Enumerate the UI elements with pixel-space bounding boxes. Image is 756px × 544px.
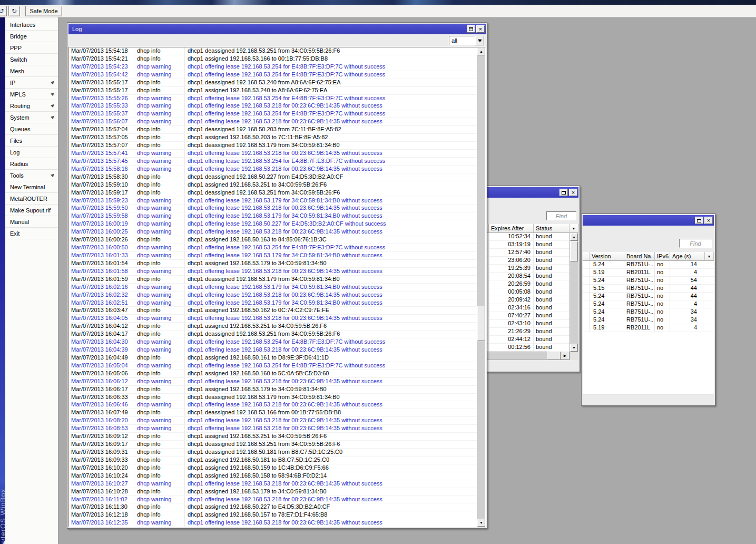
- close-icon[interactable]: ×: [569, 189, 577, 196]
- log-row[interactable]: Mar/07/2013 16:02:16dhcp warningdhcp1 of…: [69, 284, 477, 292]
- log-row[interactable]: Mar/07/2013 16:08:20dhcp warningdhcp1 of…: [69, 417, 477, 425]
- scroll-up-icon[interactable]: ▲: [477, 47, 485, 55]
- sidebar-item-ppp[interactable]: PPP: [5, 42, 58, 54]
- neighbor-row[interactable]: 5.24RB751U-...no34: [583, 308, 714, 316]
- log-row[interactable]: Mar/07/2013 16:04:17dhcp infodhcp1 deass…: [69, 331, 477, 338]
- log-row[interactable]: Mar/07/2013 16:00:19dhcp warningdhcp1 of…: [69, 220, 477, 228]
- sidebar-item-system[interactable]: System▶: [5, 112, 58, 123]
- log-row[interactable]: Mar/07/2013 16:00:25dhcp warningdhcp1 of…: [69, 228, 477, 236]
- sidebar-item-tools[interactable]: Tools▶: [5, 170, 58, 181]
- log-row[interactable]: Mar/07/2013 16:06:12dhcp warningdhcp1 of…: [69, 378, 477, 386]
- log-row[interactable]: Mar/07/2013 15:58:30dhcp infodhcp1 deass…: [69, 173, 477, 181]
- maximize-icon[interactable]: [559, 189, 568, 196]
- neighbors-column-age[interactable]: Age (s): [670, 252, 705, 261]
- log-row[interactable]: Mar/07/2013 16:09:17dhcp infodhcp1 deass…: [69, 441, 477, 449]
- log-row[interactable]: Mar/07/2013 16:09:31dhcp infodhcp1 deass…: [69, 449, 477, 456]
- sidebar-item-ip[interactable]: IP▶: [5, 77, 58, 89]
- log-row[interactable]: Mar/07/2013 16:10:27dhcp warningdhcp1 of…: [69, 480, 477, 488]
- neighbor-row[interactable]: 5.24RB751U-...no54: [583, 277, 714, 285]
- log-row[interactable]: Mar/07/2013 16:09:12dhcp infodhcp1 assig…: [69, 433, 477, 441]
- log-row[interactable]: Mar/07/2013 16:10:28dhcp infodhcp1 assig…: [69, 488, 477, 496]
- leases-find-button[interactable]: Find: [546, 211, 576, 220]
- neighbor-row[interactable]: 5.24RB751U-...no14: [583, 261, 714, 269]
- maximize-icon[interactable]: [467, 25, 475, 33]
- close-icon[interactable]: ×: [476, 25, 485, 33]
- log-row[interactable]: Mar/07/2013 15:59:23dhcp warningdhcp1 of…: [69, 197, 477, 205]
- sidebar-item-mpls[interactable]: MPLS▶: [5, 89, 58, 100]
- log-row[interactable]: Mar/07/2013 16:11:02dhcp warningdhcp1 of…: [69, 496, 477, 504]
- log-row[interactable]: Mar/07/2013 16:01:54dhcp infodhcp1 assig…: [69, 260, 477, 268]
- log-row[interactable]: Mar/07/2013 16:06:17dhcp infodhcp1 assig…: [69, 386, 477, 394]
- log-row[interactable]: Mar/07/2013 15:57:45dhcp warningdhcp1 of…: [69, 158, 477, 166]
- log-row[interactable]: Mar/07/2013 15:54:42dhcp warningdhcp1 of…: [69, 71, 477, 79]
- log-row[interactable]: Mar/07/2013 16:01:59dhcp infodhcp1 deass…: [69, 276, 477, 284]
- neighbor-row[interactable]: 5.19RB2011Lno4: [583, 324, 714, 332]
- log-row[interactable]: Mar/07/2013 16:04:39dhcp warningdhcp1 of…: [69, 346, 477, 354]
- log-row[interactable]: Mar/07/2013 15:59:10dhcp infodhcp1 assig…: [69, 181, 477, 189]
- log-row[interactable]: Mar/07/2013 16:01:58dhcp warningdhcp1 of…: [69, 268, 477, 276]
- undo-button[interactable]: ↺: [0, 6, 7, 16]
- log-row[interactable]: Mar/07/2013 15:59:17dhcp infodhcp1 deass…: [69, 189, 477, 197]
- log-row[interactable]: Mar/07/2013 15:57:41dhcp warningdhcp1 of…: [69, 150, 477, 158]
- leases-column-expires-after[interactable]: Expires After: [489, 224, 534, 233]
- log-row[interactable]: Mar/07/2013 15:59:58dhcp warningdhcp1 of…: [69, 212, 477, 220]
- log-row[interactable]: Mar/07/2013 16:06:33dhcp infodhcp1 deass…: [69, 394, 477, 402]
- neighbors-find-button[interactable]: Find: [679, 239, 712, 248]
- log-row[interactable]: Mar/07/2013 16:01:33dhcp warningdhcp1 of…: [69, 252, 477, 260]
- log-row[interactable]: Mar/07/2013 15:57:05dhcp infodhcp1 assig…: [69, 134, 477, 142]
- neighbors-window-titlebar[interactable]: ×: [583, 215, 714, 226]
- log-row[interactable]: Mar/07/2013 16:04:49dhcp infodhcp1 assig…: [69, 354, 477, 362]
- leases-vertical-scrollbar[interactable]: ▲ ▼: [570, 233, 578, 352]
- sidebar-item-routing[interactable]: Routing▶: [5, 100, 58, 112]
- sidebar-item-radius[interactable]: Radius: [5, 158, 58, 170]
- log-row[interactable]: Mar/07/2013 15:55:26dhcp warningdhcp1 of…: [69, 95, 477, 103]
- leases-hscroll-thumb[interactable]: [547, 352, 561, 360]
- log-row[interactable]: Mar/07/2013 16:10:24dhcp infodhcp1 assig…: [69, 472, 477, 480]
- scroll-down-icon[interactable]: ▼: [570, 344, 578, 352]
- redo-button[interactable]: ↻: [8, 6, 20, 16]
- log-row[interactable]: Mar/07/2013 16:00:26dhcp infodhcp1 assig…: [69, 236, 477, 244]
- log-row[interactable]: Mar/07/2013 16:04:05dhcp warningdhcp1 of…: [69, 315, 477, 323]
- log-row[interactable]: Mar/07/2013 16:02:32dhcp warningdhcp1 of…: [69, 292, 477, 299]
- neighbor-row[interactable]: 5.24RB751U-...no44: [583, 293, 714, 300]
- log-row[interactable]: Mar/07/2013 15:54:23dhcp warningdhcp1 of…: [69, 63, 477, 71]
- log-row[interactable]: Mar/07/2013 16:12:35dhcp warningdhcp1 of…: [69, 519, 477, 527]
- log-row[interactable]: Mar/07/2013 15:57:04dhcp infodhcp1 deass…: [69, 126, 477, 134]
- sidebar-item-interfaces[interactable]: Interfaces: [5, 19, 58, 31]
- log-row[interactable]: Mar/07/2013 16:09:33dhcp infodhcp1 assig…: [69, 456, 477, 464]
- scroll-right-icon[interactable]: ▶: [561, 352, 570, 360]
- sidebar-item-bridge[interactable]: Bridge: [5, 31, 58, 42]
- sidebar-item-mesh[interactable]: Mesh: [5, 65, 58, 77]
- sidebar-item-exit[interactable]: Exit: [5, 228, 58, 239]
- maximize-icon[interactable]: [695, 217, 703, 224]
- scroll-down-icon[interactable]: ▼: [477, 519, 485, 527]
- log-row[interactable]: Mar/07/2013 16:02:51dhcp warningdhcp1 of…: [69, 299, 477, 307]
- leases-scrollbar-thumb[interactable]: [570, 241, 578, 261]
- scroll-up-icon[interactable]: ▲: [570, 233, 578, 241]
- neighbors-column-board-name[interactable]: Board Na...: [624, 252, 655, 261]
- log-row[interactable]: Mar/07/2013 16:10:20dhcp infodhcp1 assig…: [69, 464, 477, 472]
- sidebar-item-manual[interactable]: Manual: [5, 216, 58, 228]
- log-row[interactable]: Mar/07/2013 15:57:07dhcp infodhcp1 deass…: [69, 142, 477, 150]
- log-filter-dropdown-icon[interactable]: [475, 36, 484, 45]
- sidebar-item-metarouter[interactable]: MetaROUTER: [5, 193, 58, 205]
- log-row[interactable]: Mar/07/2013 16:08:53dhcp warningdhcp1 of…: [69, 425, 477, 433]
- log-scrollbar-thumb[interactable]: [477, 306, 485, 341]
- close-icon[interactable]: ×: [704, 217, 713, 224]
- neighbors-column-ipv6[interactable]: IPv6: [655, 252, 670, 261]
- neighbors-column-dropdown-icon[interactable]: ▼: [705, 252, 714, 261]
- neighbor-row[interactable]: 5.15RB751U-...no44: [583, 285, 714, 293]
- log-row[interactable]: Mar/07/2013 15:58:16dhcp warningdhcp1 of…: [69, 166, 477, 173]
- sidebar-item-queues[interactable]: Queues: [5, 123, 58, 135]
- neighbors-column-stub[interactable]: [583, 252, 590, 261]
- sidebar-item-files[interactable]: Files: [5, 135, 58, 147]
- sidebar-item-new-terminal[interactable]: New Terminal: [5, 181, 58, 193]
- log-row[interactable]: Mar/07/2013 15:55:37dhcp warningdhcp1 of…: [69, 110, 477, 118]
- log-row[interactable]: Mar/07/2013 15:55:33dhcp warningdhcp1 of…: [69, 102, 477, 110]
- log-row[interactable]: Mar/07/2013 15:54:18dhcp infodhcp1 deass…: [69, 47, 477, 55]
- log-row[interactable]: Mar/07/2013 16:06:46dhcp warningdhcp1 of…: [69, 401, 477, 409]
- neighbors-column-version[interactable]: Version: [590, 252, 624, 261]
- sidebar-item-switch[interactable]: Switch: [5, 54, 58, 65]
- log-row[interactable]: Mar/07/2013 15:54:21dhcp infodhcp1 assig…: [69, 55, 477, 63]
- sidebar-item-make-supout-rif[interactable]: Make Supout.rif: [5, 205, 58, 216]
